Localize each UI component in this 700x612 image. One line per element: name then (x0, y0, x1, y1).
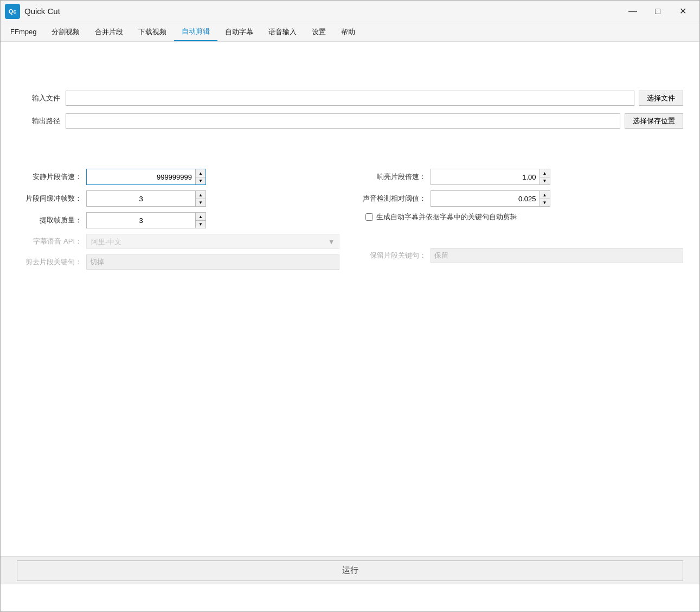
run-button[interactable]: 运行 (17, 560, 683, 581)
frame-quality-spinner-btns: ▲ ▼ (195, 213, 205, 228)
titlebar: Qc Quick Cut — □ ✕ (1, 1, 699, 22)
loud-speed-down-btn[interactable]: ▼ (540, 177, 550, 184)
noise-threshold-input[interactable] (431, 191, 540, 206)
menu-item-settings[interactable]: 设置 (304, 22, 333, 41)
top-spacer (17, 58, 683, 91)
close-button[interactable]: ✕ (670, 3, 695, 20)
noise-threshold-row: 声音检测相对阈值： ▲ ▼ (361, 190, 684, 207)
input-file-label: 输入文件 (17, 93, 60, 103)
keep-keyword-input[interactable] (431, 248, 684, 263)
keep-keyword-label: 保留片段关键句： (361, 251, 426, 260)
window-controls: — □ ✕ (620, 3, 695, 20)
output-path-row: 输出路径 选择保存位置 (17, 113, 683, 129)
noise-threshold-spinner-btns: ▲ ▼ (540, 191, 550, 206)
buffer-frames-input[interactable] (87, 191, 195, 206)
menu-item-ffmpeg[interactable]: FFmpeg (3, 22, 44, 41)
menubar: FFmpeg 分割视频 合并片段 下载视频 自动剪辑 自动字幕 语音输入 设置 … (1, 22, 699, 42)
buffer-frames-spinner: ▲ ▼ (86, 190, 206, 207)
noise-threshold-label: 声音检测相对阈值： (361, 194, 426, 203)
noise-threshold-spinner: ▲ ▼ (431, 190, 550, 207)
maximize-button[interactable]: □ (645, 3, 670, 20)
api-row: 字幕语音 API： 阿里-中文 ▼ (17, 234, 339, 249)
frame-quality-input[interactable] (87, 213, 195, 228)
select-save-button[interactable]: 选择保存位置 (625, 113, 683, 129)
loud-speed-row: 响亮片段倍速： ▲ ▼ (361, 169, 684, 185)
loud-speed-label: 响亮片段倍速： (361, 172, 426, 182)
quiet-speed-spinner-btns: ▲ ▼ (195, 169, 205, 184)
keep-keyword-row: 保留片段关键句： (361, 248, 684, 263)
loud-speed-spinner-btns: ▲ ▼ (540, 169, 550, 184)
menu-item-auto-subtitle[interactable]: 自动字幕 (217, 22, 261, 41)
buffer-frames-up-btn[interactable]: ▲ (196, 191, 205, 199)
quiet-speed-label: 安静片段倍速： (17, 172, 82, 182)
api-select-wrap: 阿里-中文 ▼ (86, 234, 339, 249)
buffer-frames-label: 片段间缓冲帧数： (17, 194, 82, 203)
input-file-field[interactable] (66, 91, 634, 106)
loud-speed-spinner: ▲ ▼ (431, 169, 550, 185)
select-file-button[interactable]: 选择文件 (639, 91, 683, 106)
bottom-spacer (17, 270, 683, 556)
menu-item-merge[interactable]: 合并片段 (87, 22, 131, 41)
noise-threshold-down-btn[interactable]: ▼ (540, 199, 550, 206)
loud-speed-input[interactable] (431, 169, 540, 184)
menu-item-voice-input[interactable]: 语音输入 (261, 22, 304, 41)
quiet-speed-spinner: ▲ ▼ (86, 169, 206, 185)
menu-item-download[interactable]: 下载视频 (131, 22, 174, 41)
quiet-speed-up-btn[interactable]: ▲ (196, 169, 205, 177)
menu-item-auto-edit[interactable]: 自动剪辑 (174, 22, 217, 41)
buffer-frames-down-btn[interactable]: ▼ (196, 199, 205, 206)
api-label: 字幕语音 API： (17, 237, 82, 246)
loud-speed-up-btn[interactable]: ▲ (540, 169, 550, 177)
frame-quality-label: 提取帧质量： (17, 215, 82, 225)
quiet-speed-row: 安静片段倍速： ▲ ▼ (17, 169, 339, 185)
output-path-field[interactable] (66, 113, 620, 129)
frame-quality-row: 提取帧质量： ▲ ▼ (17, 212, 339, 228)
app-title: Quick Cut (24, 7, 620, 16)
params-section: 安静片段倍速： ▲ ▼ 片段间缓冲帧数： ▲ (17, 169, 683, 270)
auto-subtitle-label[interactable]: 生成自动字幕并依据字幕中的关键句自动剪辑 (376, 212, 517, 222)
left-params: 安静片段倍速： ▲ ▼ 片段间缓冲帧数： ▲ (17, 169, 339, 270)
frame-quality-spinner: ▲ ▼ (86, 212, 206, 228)
output-path-label: 输出路径 (17, 116, 60, 126)
quiet-speed-down-btn[interactable]: ▼ (196, 177, 205, 184)
frame-quality-down-btn[interactable]: ▼ (196, 220, 205, 228)
cut-keyword-input[interactable] (86, 254, 339, 270)
auto-subtitle-checkbox[interactable] (365, 213, 373, 221)
menu-item-help[interactable]: 帮助 (333, 22, 363, 41)
cut-keyword-row: 剪去片段关键句： (17, 254, 339, 270)
buffer-frames-row: 片段间缓冲帧数： ▲ ▼ (17, 190, 339, 207)
quiet-speed-input[interactable] (87, 169, 195, 184)
api-select[interactable]: 阿里-中文 (86, 234, 339, 249)
buffer-frames-spinner-btns: ▲ ▼ (195, 191, 205, 206)
footer-spacer (17, 584, 683, 601)
menu-item-split[interactable]: 分割视频 (44, 22, 87, 41)
right-spacer (361, 227, 684, 243)
noise-threshold-up-btn[interactable]: ▲ (540, 191, 550, 199)
frame-quality-up-btn[interactable]: ▲ (196, 213, 205, 220)
mid-spacer (17, 136, 683, 169)
right-params: 响亮片段倍速： ▲ ▼ 声音检测相对阈值： ▲ (361, 169, 684, 270)
run-bar: 运行 (1, 556, 699, 584)
cut-keyword-label: 剪去片段关键句： (17, 257, 82, 267)
app-logo: Qc (5, 4, 20, 19)
auto-subtitle-row: 生成自动字幕并依据字幕中的关键句自动剪辑 (365, 212, 684, 222)
minimize-button[interactable]: — (620, 3, 645, 20)
main-content: 输入文件 选择文件 输出路径 选择保存位置 安静片段倍速： ▲ (1, 42, 699, 611)
main-window: Qc Quick Cut — □ ✕ FFmpeg 分割视频 合并片段 下载视频… (0, 0, 700, 612)
input-file-row: 输入文件 选择文件 (17, 91, 683, 106)
